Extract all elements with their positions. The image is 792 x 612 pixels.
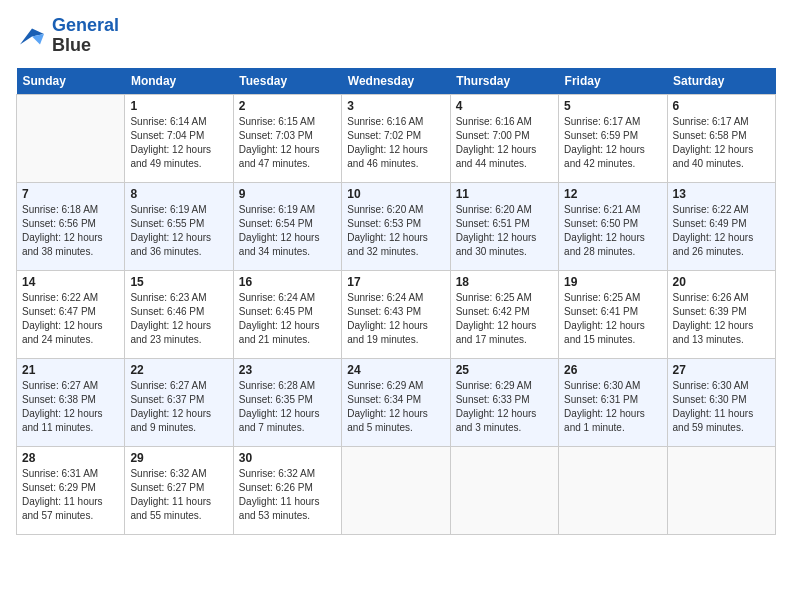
- calendar-week-row: 7Sunrise: 6:18 AM Sunset: 6:56 PM Daylig…: [17, 182, 776, 270]
- day-info: Sunrise: 6:32 AM Sunset: 6:26 PM Dayligh…: [239, 467, 336, 523]
- weekday-header-friday: Friday: [559, 68, 667, 95]
- day-number: 11: [456, 187, 553, 201]
- calendar-cell: 25Sunrise: 6:29 AM Sunset: 6:33 PM Dayli…: [450, 358, 558, 446]
- day-number: 25: [456, 363, 553, 377]
- day-number: 7: [22, 187, 119, 201]
- day-info: Sunrise: 6:15 AM Sunset: 7:03 PM Dayligh…: [239, 115, 336, 171]
- calendar-cell: [559, 446, 667, 534]
- calendar-cell: 27Sunrise: 6:30 AM Sunset: 6:30 PM Dayli…: [667, 358, 775, 446]
- weekday-header-tuesday: Tuesday: [233, 68, 341, 95]
- day-number: 8: [130, 187, 227, 201]
- day-number: 13: [673, 187, 770, 201]
- weekday-header-wednesday: Wednesday: [342, 68, 450, 95]
- weekday-header-sunday: Sunday: [17, 68, 125, 95]
- day-info: Sunrise: 6:22 AM Sunset: 6:49 PM Dayligh…: [673, 203, 770, 259]
- calendar-cell: 19Sunrise: 6:25 AM Sunset: 6:41 PM Dayli…: [559, 270, 667, 358]
- day-info: Sunrise: 6:26 AM Sunset: 6:39 PM Dayligh…: [673, 291, 770, 347]
- day-number: 19: [564, 275, 661, 289]
- day-info: Sunrise: 6:22 AM Sunset: 6:47 PM Dayligh…: [22, 291, 119, 347]
- day-number: 28: [22, 451, 119, 465]
- calendar-cell: 5Sunrise: 6:17 AM Sunset: 6:59 PM Daylig…: [559, 94, 667, 182]
- day-info: Sunrise: 6:21 AM Sunset: 6:50 PM Dayligh…: [564, 203, 661, 259]
- calendar-cell: 22Sunrise: 6:27 AM Sunset: 6:37 PM Dayli…: [125, 358, 233, 446]
- day-number: 29: [130, 451, 227, 465]
- calendar-week-row: 28Sunrise: 6:31 AM Sunset: 6:29 PM Dayli…: [17, 446, 776, 534]
- day-number: 6: [673, 99, 770, 113]
- calendar-cell: 2Sunrise: 6:15 AM Sunset: 7:03 PM Daylig…: [233, 94, 341, 182]
- day-info: Sunrise: 6:17 AM Sunset: 6:59 PM Dayligh…: [564, 115, 661, 171]
- calendar-table: SundayMondayTuesdayWednesdayThursdayFrid…: [16, 68, 776, 535]
- calendar-cell: 1Sunrise: 6:14 AM Sunset: 7:04 PM Daylig…: [125, 94, 233, 182]
- day-number: 3: [347, 99, 444, 113]
- calendar-cell: 4Sunrise: 6:16 AM Sunset: 7:00 PM Daylig…: [450, 94, 558, 182]
- day-number: 14: [22, 275, 119, 289]
- day-info: Sunrise: 6:17 AM Sunset: 6:58 PM Dayligh…: [673, 115, 770, 171]
- calendar-cell: 11Sunrise: 6:20 AM Sunset: 6:51 PM Dayli…: [450, 182, 558, 270]
- day-number: 2: [239, 99, 336, 113]
- day-info: Sunrise: 6:31 AM Sunset: 6:29 PM Dayligh…: [22, 467, 119, 523]
- day-info: Sunrise: 6:25 AM Sunset: 6:41 PM Dayligh…: [564, 291, 661, 347]
- day-info: Sunrise: 6:27 AM Sunset: 6:38 PM Dayligh…: [22, 379, 119, 435]
- weekday-header-thursday: Thursday: [450, 68, 558, 95]
- logo: General Blue: [16, 16, 119, 56]
- day-info: Sunrise: 6:14 AM Sunset: 7:04 PM Dayligh…: [130, 115, 227, 171]
- day-info: Sunrise: 6:30 AM Sunset: 6:31 PM Dayligh…: [564, 379, 661, 435]
- day-number: 20: [673, 275, 770, 289]
- day-number: 18: [456, 275, 553, 289]
- day-number: 23: [239, 363, 336, 377]
- day-info: Sunrise: 6:30 AM Sunset: 6:30 PM Dayligh…: [673, 379, 770, 435]
- logo-text: General Blue: [52, 16, 119, 56]
- day-info: Sunrise: 6:18 AM Sunset: 6:56 PM Dayligh…: [22, 203, 119, 259]
- calendar-cell: 8Sunrise: 6:19 AM Sunset: 6:55 PM Daylig…: [125, 182, 233, 270]
- day-number: 24: [347, 363, 444, 377]
- day-number: 10: [347, 187, 444, 201]
- calendar-cell: 21Sunrise: 6:27 AM Sunset: 6:38 PM Dayli…: [17, 358, 125, 446]
- day-number: 17: [347, 275, 444, 289]
- day-info: Sunrise: 6:16 AM Sunset: 7:02 PM Dayligh…: [347, 115, 444, 171]
- day-number: 4: [456, 99, 553, 113]
- calendar-cell: 14Sunrise: 6:22 AM Sunset: 6:47 PM Dayli…: [17, 270, 125, 358]
- day-info: Sunrise: 6:24 AM Sunset: 6:43 PM Dayligh…: [347, 291, 444, 347]
- calendar-cell: 3Sunrise: 6:16 AM Sunset: 7:02 PM Daylig…: [342, 94, 450, 182]
- calendar-week-row: 1Sunrise: 6:14 AM Sunset: 7:04 PM Daylig…: [17, 94, 776, 182]
- calendar-cell: 28Sunrise: 6:31 AM Sunset: 6:29 PM Dayli…: [17, 446, 125, 534]
- day-number: 30: [239, 451, 336, 465]
- logo-icon: [16, 22, 48, 50]
- calendar-cell: 24Sunrise: 6:29 AM Sunset: 6:34 PM Dayli…: [342, 358, 450, 446]
- calendar-cell: [342, 446, 450, 534]
- calendar-cell: [667, 446, 775, 534]
- day-number: 1: [130, 99, 227, 113]
- calendar-cell: 16Sunrise: 6:24 AM Sunset: 6:45 PM Dayli…: [233, 270, 341, 358]
- calendar-week-row: 21Sunrise: 6:27 AM Sunset: 6:38 PM Dayli…: [17, 358, 776, 446]
- calendar-cell: 7Sunrise: 6:18 AM Sunset: 6:56 PM Daylig…: [17, 182, 125, 270]
- day-info: Sunrise: 6:19 AM Sunset: 6:55 PM Dayligh…: [130, 203, 227, 259]
- calendar-cell: 20Sunrise: 6:26 AM Sunset: 6:39 PM Dayli…: [667, 270, 775, 358]
- calendar-cell: [17, 94, 125, 182]
- day-number: 27: [673, 363, 770, 377]
- day-info: Sunrise: 6:28 AM Sunset: 6:35 PM Dayligh…: [239, 379, 336, 435]
- weekday-header-saturday: Saturday: [667, 68, 775, 95]
- day-number: 5: [564, 99, 661, 113]
- day-info: Sunrise: 6:24 AM Sunset: 6:45 PM Dayligh…: [239, 291, 336, 347]
- day-number: 12: [564, 187, 661, 201]
- day-info: Sunrise: 6:19 AM Sunset: 6:54 PM Dayligh…: [239, 203, 336, 259]
- calendar-cell: 10Sunrise: 6:20 AM Sunset: 6:53 PM Dayli…: [342, 182, 450, 270]
- calendar-week-row: 14Sunrise: 6:22 AM Sunset: 6:47 PM Dayli…: [17, 270, 776, 358]
- day-number: 9: [239, 187, 336, 201]
- calendar-cell: 29Sunrise: 6:32 AM Sunset: 6:27 PM Dayli…: [125, 446, 233, 534]
- day-info: Sunrise: 6:29 AM Sunset: 6:33 PM Dayligh…: [456, 379, 553, 435]
- calendar-cell: 30Sunrise: 6:32 AM Sunset: 6:26 PM Dayli…: [233, 446, 341, 534]
- calendar-cell: 15Sunrise: 6:23 AM Sunset: 6:46 PM Dayli…: [125, 270, 233, 358]
- weekday-header-row: SundayMondayTuesdayWednesdayThursdayFrid…: [17, 68, 776, 95]
- day-info: Sunrise: 6:29 AM Sunset: 6:34 PM Dayligh…: [347, 379, 444, 435]
- page-header: General Blue: [16, 16, 776, 56]
- weekday-header-monday: Monday: [125, 68, 233, 95]
- day-info: Sunrise: 6:16 AM Sunset: 7:00 PM Dayligh…: [456, 115, 553, 171]
- calendar-cell: 26Sunrise: 6:30 AM Sunset: 6:31 PM Dayli…: [559, 358, 667, 446]
- calendar-cell: 17Sunrise: 6:24 AM Sunset: 6:43 PM Dayli…: [342, 270, 450, 358]
- day-info: Sunrise: 6:23 AM Sunset: 6:46 PM Dayligh…: [130, 291, 227, 347]
- day-info: Sunrise: 6:27 AM Sunset: 6:37 PM Dayligh…: [130, 379, 227, 435]
- day-number: 21: [22, 363, 119, 377]
- day-number: 22: [130, 363, 227, 377]
- calendar-cell: 6Sunrise: 6:17 AM Sunset: 6:58 PM Daylig…: [667, 94, 775, 182]
